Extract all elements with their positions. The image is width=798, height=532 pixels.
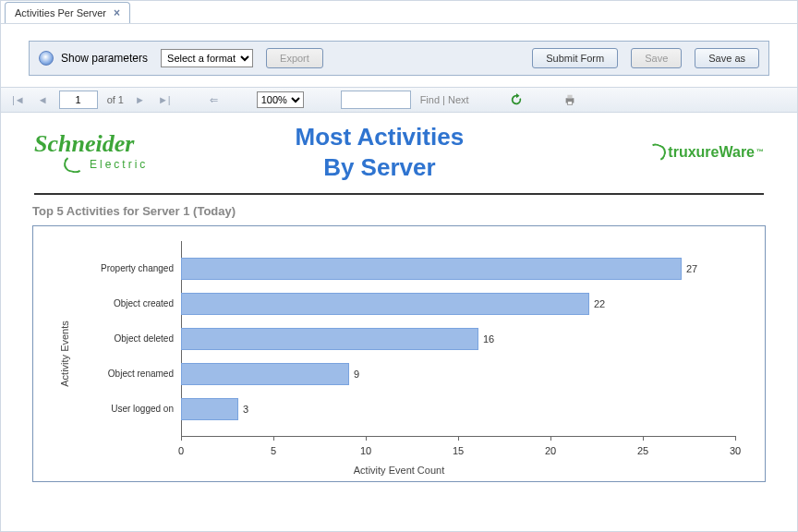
tab-label: Activities Per Server: [15, 7, 106, 18]
x-tick: [273, 436, 274, 441]
value-label: 9: [354, 369, 359, 380]
format-select[interactable]: Select a format: [161, 49, 253, 67]
back-icon[interactable]: ⇐: [208, 94, 220, 106]
show-parameters-label: Show parameters: [61, 52, 148, 65]
category-label: Object created: [114, 298, 174, 308]
chart-section-title: Top 5 Activities for Server 1 (Today): [32, 204, 769, 218]
save-as-button[interactable]: Save as: [695, 48, 759, 68]
save-button[interactable]: Save: [631, 48, 682, 68]
bar: 16: [181, 328, 478, 350]
category-label: Object deleted: [115, 333, 175, 344]
x-tick: [366, 436, 367, 441]
page-of-label: of 1: [107, 94, 124, 105]
x-tick-label: 10: [360, 445, 371, 456]
category-label: User logged on: [111, 404, 174, 414]
x-tick-label: 25: [637, 445, 648, 456]
plot-area: 27Property changed22Object created16Obje…: [181, 245, 735, 437]
app-window: Activities Per Server × Show parameters …: [0, 0, 798, 532]
svg-rect-2: [567, 102, 572, 105]
value-label: 3: [243, 404, 248, 415]
report-body: Schneider Electric Most Activities By Se…: [1, 113, 797, 482]
value-label: 16: [483, 333, 494, 345]
show-parameters-toggle[interactable]: Show parameters: [39, 51, 148, 66]
zoom-select[interactable]: 100%: [257, 91, 304, 108]
value-label: 22: [594, 298, 605, 309]
find-next-link[interactable]: Find | Next: [420, 94, 469, 105]
close-icon[interactable]: ×: [114, 6, 120, 19]
x-tick: [550, 436, 551, 441]
x-tick-label: 30: [730, 445, 741, 456]
brand-swirl-icon: [63, 154, 86, 175]
next-page-icon[interactable]: ►: [133, 94, 147, 105]
export-button[interactable]: Export: [266, 48, 323, 68]
category-label: Property changed: [101, 263, 174, 273]
struxure-swirl-icon: [646, 141, 669, 163]
x-tick-label: 15: [453, 445, 464, 456]
y-axis-label: Activity Events: [59, 320, 70, 387]
first-page-icon[interactable]: |◄: [10, 94, 27, 105]
x-tick: [458, 436, 459, 441]
parameters-bar: Show parameters Select a format Export S…: [29, 41, 769, 76]
last-page-icon[interactable]: ►|: [156, 94, 173, 105]
value-label: 27: [686, 263, 697, 274]
submit-form-button[interactable]: Submit Form: [532, 48, 618, 68]
chart-container: Activity Events 27Property changed22Obje…: [32, 225, 766, 482]
tab-activities-per-server[interactable]: Activities Per Server ×: [5, 2, 130, 23]
report-header: Schneider Electric Most Activities By Se…: [29, 118, 769, 189]
refresh-icon[interactable]: [510, 93, 523, 106]
x-tick-label: 20: [545, 445, 556, 456]
x-tick: [643, 436, 644, 441]
x-tick: [735, 436, 736, 441]
x-tick: [181, 436, 182, 441]
bar: 27: [181, 258, 682, 280]
svg-rect-1: [567, 95, 572, 99]
bar: 22: [181, 293, 589, 315]
bar: 3: [181, 398, 238, 420]
tab-bar: Activities Per Server ×: [1, 1, 797, 24]
parameters-section: Show parameters Select a format Export S…: [1, 24, 797, 87]
x-tick-label: 0: [178, 445, 184, 456]
prev-page-icon[interactable]: ◄: [36, 94, 50, 105]
struxureware-logo: truxureWare™: [647, 144, 764, 161]
print-icon[interactable]: [563, 93, 576, 106]
x-axis-label: Activity Event Count: [354, 465, 444, 476]
toggle-radio-icon: [39, 51, 54, 66]
category-label: Object renamed: [108, 369, 174, 379]
bar: 9: [181, 363, 349, 385]
report-viewer-toolbar: |◄ ◄ of 1 ► ►| ⇐ 100% Find | Next: [1, 87, 797, 113]
header-rule: [34, 193, 764, 195]
report-title: Most Activities By Server: [111, 122, 647, 182]
x-tick-label: 5: [271, 445, 276, 456]
page-number-input[interactable]: [59, 91, 98, 109]
find-input[interactable]: [341, 91, 411, 109]
